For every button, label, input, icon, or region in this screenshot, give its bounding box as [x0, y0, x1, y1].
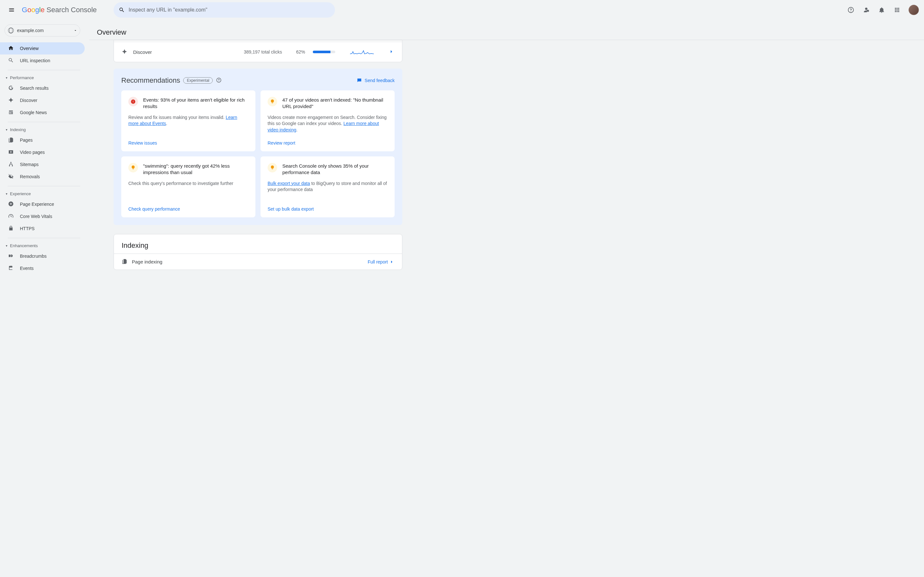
manage-users-button[interactable]: [860, 3, 873, 16]
recommendation-card[interactable]: Search Console only shows 35% of your pe…: [260, 156, 395, 218]
property-picker[interactable]: example.com: [5, 24, 80, 37]
nav-discover[interactable]: Discover: [0, 94, 85, 106]
chevron-down-icon: [73, 29, 78, 32]
search-box[interactable]: [113, 2, 335, 18]
nav-url-inspection[interactable]: URL inspection: [0, 55, 85, 67]
plus-circle-icon: [8, 201, 14, 208]
chevron-down-icon: ▾: [6, 192, 7, 195]
send-feedback-button[interactable]: Send feedback: [357, 77, 395, 83]
discover-metric: 389,197 total clicks: [244, 49, 282, 55]
nav-events[interactable]: Events: [0, 262, 85, 274]
page-indexing-row[interactable]: Page indexing Full report: [114, 253, 402, 269]
product-name: Search Console: [47, 6, 97, 14]
recommendation-badge: [128, 97, 138, 106]
chevron-right-icon: [389, 49, 394, 55]
lightbulb-icon: [270, 99, 275, 104]
recommendation-card[interactable]: "swimming": query recently got 42% less …: [121, 156, 255, 218]
recommendation-title: 47 of your videos aren't indexed: "No th…: [282, 97, 388, 110]
recommendation-learn-more-link[interactable]: Learn more about Events: [128, 115, 237, 126]
recommendation-body: Videos create more engagement on Search.…: [268, 114, 388, 133]
hamburger-icon: [8, 7, 15, 13]
recommendation-title: "swimming": query recently got 42% less …: [143, 163, 248, 176]
discover-percent: 62%: [296, 49, 305, 55]
recommendation-learn-more-link[interactable]: Learn more about video indexing: [268, 121, 379, 132]
apps-grid-icon: [894, 7, 900, 13]
recommendation-action[interactable]: Review report: [268, 135, 388, 145]
nav-https[interactable]: HTTPS: [0, 222, 85, 235]
chevron-right-icon: [389, 259, 394, 264]
discover-sparkline: [350, 48, 374, 55]
home-icon: [8, 45, 14, 52]
menu-button[interactable]: [5, 3, 18, 16]
indexing-section: Indexing Page indexing Full report: [113, 234, 402, 270]
full-report-link[interactable]: Full report: [368, 259, 394, 264]
help-icon: [847, 6, 855, 13]
nav-google-news[interactable]: Google News: [0, 106, 85, 119]
discover-progress: [313, 51, 335, 53]
recommendation-title: Events: 93% of your items aren't eligibl…: [143, 97, 248, 110]
nav-breadcrumbs[interactable]: Breadcrumbs: [0, 250, 85, 262]
feedback-icon: [357, 77, 362, 83]
event-icon: [8, 265, 14, 272]
recommendation-body: Bulk export your data to BigQuery to sto…: [268, 181, 388, 193]
recommendation-card[interactable]: 47 of your videos aren't indexed: "No th…: [260, 90, 395, 151]
pages-icon: [8, 137, 14, 143]
nav-sitemaps[interactable]: Sitemaps: [0, 158, 85, 171]
discover-row[interactable]: Discover 389,197 total clicks 62%: [114, 42, 402, 62]
chevron-down-icon: ▾: [6, 76, 7, 79]
nav-page-experience[interactable]: Page Experience: [0, 198, 85, 210]
sidebar-nav: example.com Overview URL inspection ▾Per…: [0, 20, 89, 577]
user-settings-icon: [863, 6, 870, 13]
recommendation-title: Search Console only shows 35% of your pe…: [282, 163, 388, 176]
nav-video-pages[interactable]: Video pages: [0, 146, 85, 158]
nav-overview[interactable]: Overview: [0, 42, 85, 55]
search-icon: [119, 7, 125, 13]
recommendation-learn-more-link[interactable]: Bulk export your data: [268, 181, 310, 186]
nav-search-results[interactable]: Search results: [0, 82, 85, 94]
page-title: Overview: [89, 20, 924, 40]
main-content: Overview Discover 389,197 total clicks 6…: [89, 20, 924, 577]
apps-button[interactable]: [891, 3, 903, 16]
nav-pages[interactable]: Pages: [0, 134, 85, 146]
news-icon: [8, 109, 14, 116]
nav-label: Overview: [20, 46, 39, 51]
performance-summary-card: Discover 389,197 total clicks 62%: [113, 40, 402, 62]
recommendation-action[interactable]: Set up bulk data export: [268, 201, 388, 211]
recommendation-body: Check this query's performance to invest…: [128, 181, 248, 187]
product-logo[interactable]: Google Search Console: [22, 6, 97, 14]
nav-group-indexing[interactable]: ▾Indexing: [0, 125, 85, 134]
recommendation-badge: [128, 163, 138, 172]
chevron-down-icon: ▾: [6, 244, 7, 247]
url-inspect-search: [113, 2, 335, 18]
search-input[interactable]: [129, 7, 330, 13]
sitemap-icon: [8, 161, 14, 168]
recommendation-badge: [268, 97, 277, 106]
globe-icon: [8, 27, 14, 33]
help-button[interactable]: [845, 3, 857, 16]
nav-group-enhancements[interactable]: ▾Enhancements: [0, 242, 85, 250]
page-indexing-label: Page indexing: [132, 259, 363, 264]
alert-icon: [131, 99, 136, 104]
lightbulb-icon: [131, 165, 136, 170]
nav-core-web-vitals[interactable]: Core Web Vitals: [0, 210, 85, 222]
discover-icon: [8, 97, 14, 104]
discover-label: Discover: [133, 49, 152, 55]
chevron-down-icon: ▾: [6, 128, 7, 131]
nav-group-performance[interactable]: ▾Performance: [0, 73, 85, 82]
recommendation-action[interactable]: Check query performance: [128, 201, 248, 211]
recommendation-badge: [268, 163, 277, 172]
notifications-button[interactable]: [875, 3, 888, 16]
breadcrumbs-icon: [8, 253, 14, 259]
nav-group-experience[interactable]: ▾Experience: [0, 189, 85, 198]
nav-removals[interactable]: Removals: [0, 171, 85, 183]
recommendation-action[interactable]: Review issues: [128, 135, 248, 145]
recommendations-title: Recommendations: [121, 76, 180, 85]
svg-point-0: [868, 11, 869, 11]
bell-icon: [878, 6, 885, 13]
account-avatar[interactable]: [909, 5, 919, 15]
recommendations-help-button[interactable]: [216, 77, 222, 84]
pages-icon: [121, 258, 128, 265]
app-header: Google Search Console: [0, 0, 924, 20]
recommendation-card[interactable]: Events: 93% of your items aren't eligibl…: [121, 90, 255, 151]
google-logo-icon: Google: [22, 6, 45, 14]
